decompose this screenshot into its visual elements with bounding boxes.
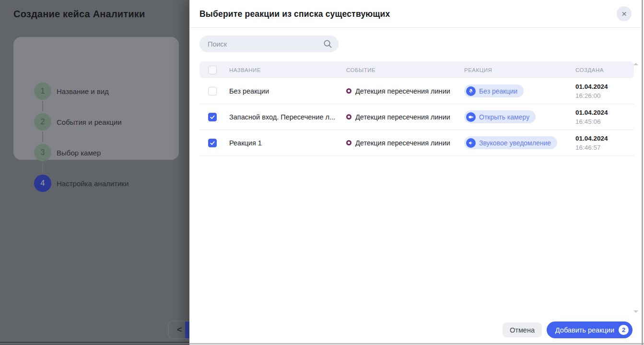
modal-header: Выберите реакции из списка существующих …: [189, 0, 644, 28]
row-checkbox[interactable]: [208, 113, 217, 121]
row-checkbox[interactable]: [208, 139, 217, 147]
reaction-cell: Открыть камеру: [464, 110, 575, 123]
column-header-event: СОБЫТИЕ: [346, 67, 464, 73]
reaction-badge: Без реакции: [464, 84, 524, 97]
reaction-name: Реакция 1: [229, 139, 346, 147]
created-date: 01.04.2024: [575, 134, 634, 143]
table-row[interactable]: Без реакции Детекция пересечения линии: [199, 78, 634, 104]
column-header-reaction: РЕАКЦИЯ: [464, 67, 575, 73]
created-time: 16:45:06: [575, 117, 634, 126]
reaction-badge: Открыть камеру: [464, 110, 536, 123]
select-reactions-modal: Выберите реакции из списка существующих …: [189, 0, 644, 345]
search-input-wrapper: [199, 36, 339, 52]
video-camera-icon: [466, 112, 476, 122]
created-date: 01.04.2024: [575, 82, 634, 91]
row-checkbox[interactable]: [208, 87, 217, 95]
column-header-created: СОЗДАНА: [575, 67, 634, 73]
reaction-badge-label: Открыть камеру: [479, 113, 529, 121]
created-cell: 01.04.2024 16:45:06: [575, 108, 634, 126]
event-ring-icon: [346, 140, 351, 145]
search-input[interactable]: [199, 36, 339, 52]
event-ring-icon: [346, 114, 351, 119]
select-all-checkbox[interactable]: [208, 66, 217, 74]
created-time: 16:46:57: [575, 143, 634, 152]
event-label: Детекция пересечения линии: [355, 87, 450, 95]
screen-bottom-edge: [0, 343, 644, 345]
bell-off-icon: [466, 86, 476, 96]
event-cell: Детекция пересечения линии: [346, 113, 464, 121]
app-window: Создание кейса Аналитики 1 Название и ви…: [0, 0, 644, 345]
table-row[interactable]: Реакция 1 Детекция пересечения линии Зв: [199, 130, 634, 156]
created-cell: 01.04.2024 16:26:00: [575, 82, 634, 100]
column-header-name: НАЗВАНИЕ: [229, 67, 346, 73]
created-date: 01.04.2024: [575, 108, 634, 117]
speaker-icon: [466, 138, 476, 148]
reaction-badge-label: Звуковое уведомление: [479, 139, 551, 147]
scrollbar-thumb[interactable]: [642, 0, 643, 345]
table-row[interactable]: Запасной вход. Пересечение л... Детекция…: [199, 104, 634, 130]
search-icon: [323, 39, 333, 49]
close-icon: ✕: [621, 10, 627, 18]
reaction-badge: Звуковое уведомление: [464, 136, 557, 149]
scroll-down-arrow-icon[interactable]: [633, 310, 638, 313]
scrollbar[interactable]: [641, 0, 644, 345]
reaction-name: Запасной вход. Пересечение л...: [229, 113, 346, 121]
event-label: Детекция пересечения линии: [355, 113, 450, 121]
event-label: Детекция пересечения линии: [355, 139, 450, 147]
reactions-table: НАЗВАНИЕ СОБЫТИЕ РЕАКЦИЯ СОЗДАНА Без реа…: [199, 61, 634, 156]
add-reactions-button[interactable]: Добавить реакции 2: [547, 321, 632, 338]
close-button[interactable]: ✕: [617, 6, 632, 21]
event-cell: Детекция пересечения линии: [346, 139, 464, 147]
event-ring-icon: [346, 88, 351, 94]
modal-title: Выберите реакции из списка существующих: [199, 0, 390, 28]
selected-count-badge: 2: [619, 325, 629, 335]
created-time: 16:26:00: [575, 91, 634, 100]
event-cell: Детекция пересечения линии: [346, 87, 464, 95]
reaction-cell: Звуковое уведомление: [464, 136, 575, 149]
created-cell: 01.04.2024 16:46:57: [575, 134, 634, 152]
reaction-cell: Без реакции: [464, 84, 575, 97]
add-reactions-label: Добавить реакции: [555, 326, 614, 334]
reaction-badge-label: Без реакции: [479, 87, 517, 95]
table-header-row: НАЗВАНИЕ СОБЫТИЕ РЕАКЦИЯ СОЗДАНА: [199, 61, 634, 78]
scroll-up-arrow-icon[interactable]: [633, 63, 638, 65]
reaction-name: Без реакции: [229, 87, 346, 95]
cancel-button[interactable]: Отмена: [503, 322, 542, 337]
